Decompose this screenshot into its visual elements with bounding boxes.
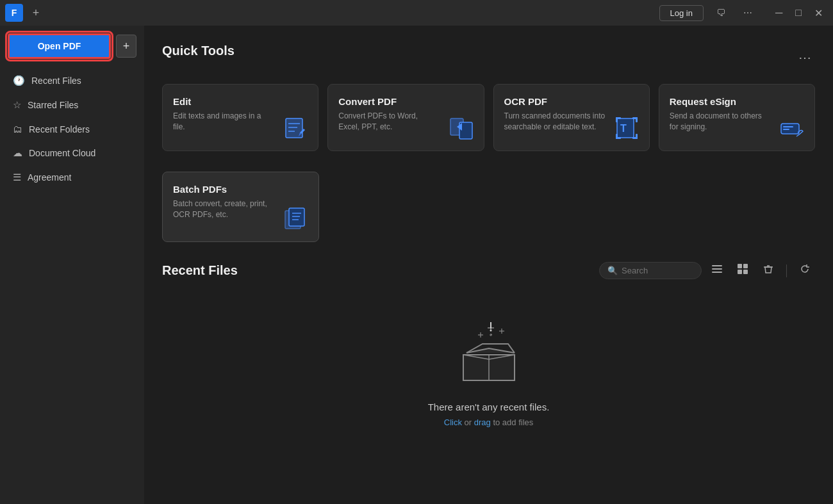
tool-card-request-esign[interactable]: Request eSign Send a document to others … <box>659 84 815 151</box>
svg-rect-21 <box>289 208 304 226</box>
tool-title-edit: Edit <box>173 96 308 107</box>
search-box: 🔍 <box>599 262 702 279</box>
tool-title-convert: Convert PDF <box>338 96 473 107</box>
cloud-icon: ☁ <box>13 147 22 159</box>
controls-divider <box>786 264 787 277</box>
tool-desc-ocr: Turn scanned documents into searchable o… <box>504 111 606 133</box>
refresh-button[interactable] <box>795 260 815 281</box>
tool-card-batch-pdfs[interactable]: Batch PDFs Batch convert, create, print,… <box>162 172 319 242</box>
svg-point-39 <box>490 330 491 332</box>
search-icon: 🔍 <box>607 266 618 275</box>
quick-tools-title: Quick Tools <box>162 44 235 58</box>
more-options-icon[interactable]: ⋯ <box>738 5 757 20</box>
svg-rect-14 <box>616 134 618 139</box>
grid-view-button[interactable] <box>732 260 753 281</box>
login-button[interactable]: Log in <box>659 5 704 21</box>
sidebar-nav: 🕐 Recent Files ☆ Starred Files 🗂 Recent … <box>0 69 144 189</box>
svg-rect-31 <box>743 270 748 274</box>
tool-title-ocr: OCR PDF <box>504 96 639 107</box>
svg-rect-12 <box>636 117 638 122</box>
tool-card-convert-pdf[interactable]: Convert PDF Convert PDFs to Word, Excel,… <box>327 84 484 151</box>
tool-desc-batch: Batch convert, create, print, OCR PDFs, … <box>173 199 274 220</box>
sidebar-item-agreement[interactable]: ☰ Agreement <box>5 166 139 189</box>
svg-rect-29 <box>743 264 748 268</box>
tool-desc-convert: Convert PDFs to Word, Excel, PPT, etc. <box>338 111 440 133</box>
click-link[interactable]: Click <box>444 418 462 427</box>
svg-text:T: T <box>620 123 627 134</box>
convert-icon <box>448 115 475 142</box>
clock-icon: 🕐 <box>13 75 25 86</box>
open-pdf-button[interactable]: Open PDF <box>8 33 111 59</box>
sidebar-item-label: Recent Files <box>31 76 81 86</box>
recent-files-controls: 🔍 <box>599 260 815 281</box>
svg-rect-10 <box>616 117 618 122</box>
sidebar: Open PDF + 🕐 Recent Files ☆ Starred File… <box>0 26 144 504</box>
star-icon: ☆ <box>13 99 21 111</box>
sidebar-item-label: Agreement <box>28 172 71 183</box>
tool-desc-esign: Send a document to others for signing. <box>670 111 771 133</box>
sidebar-item-label: Document Cloud <box>29 148 95 158</box>
sidebar-item-recent-folders[interactable]: 🗂 Recent Folders <box>5 118 139 140</box>
esign-icon <box>779 115 805 142</box>
document-icon: ☰ <box>13 172 21 183</box>
folder-icon: 🗂 <box>13 124 22 134</box>
empty-box-illustration <box>447 320 531 390</box>
tool-title-batch: Batch PDFs <box>173 184 308 195</box>
sidebar-item-document-cloud[interactable]: ☁ Document Cloud <box>5 142 139 165</box>
drag-link[interactable]: drag <box>474 418 491 427</box>
add-new-button[interactable]: + <box>116 35 136 58</box>
content-area: Quick Tools ⋯ Edit Edit texts and images… <box>144 26 833 504</box>
svg-rect-19 <box>783 129 789 130</box>
tool-desc-edit: Edit texts and images in a file. <box>173 111 274 133</box>
titlebar-right: Log in 🗨 ⋯ ─ □ ✕ <box>659 5 828 21</box>
empty-state: There aren't any recent files. Click or … <box>162 294 815 440</box>
empty-title: There aren't any recent files. <box>428 402 550 412</box>
new-tab-button[interactable]: + <box>28 5 44 20</box>
delete-button[interactable] <box>758 260 779 281</box>
svg-rect-25 <box>712 265 722 266</box>
sidebar-item-label: Starred Files <box>28 100 78 110</box>
recent-files-title: Recent Files <box>162 263 238 278</box>
maximize-button[interactable]: □ <box>790 6 807 20</box>
list-view-button[interactable] <box>707 260 727 281</box>
svg-rect-26 <box>712 268 722 270</box>
sidebar-item-starred-files[interactable]: ☆ Starred Files <box>5 93 139 117</box>
search-input[interactable] <box>622 266 693 275</box>
tool-card-edit[interactable]: Edit Edit texts and images in a file. <box>162 84 318 151</box>
svg-rect-30 <box>738 270 742 274</box>
quick-tools-grid: Edit Edit texts and images in a file. <box>162 84 815 151</box>
empty-subtitle: Click or drag to add files <box>444 418 534 427</box>
titlebar: F + Log in 🗨 ⋯ ─ □ ✕ <box>0 0 833 26</box>
tool-title-esign: Request eSign <box>670 96 804 107</box>
svg-rect-16 <box>636 134 638 139</box>
ocr-icon: T <box>613 115 640 142</box>
edit-icon <box>282 115 309 142</box>
open-pdf-area: Open PDF + <box>0 33 144 69</box>
quick-tools-more-button[interactable]: ⋯ <box>795 49 815 67</box>
main-layout: Open PDF + 🕐 Recent Files ☆ Starred File… <box>0 26 833 504</box>
tool-card-ocr-pdf[interactable]: OCR PDF Turn scanned documents into sear… <box>493 84 650 151</box>
sidebar-item-label: Recent Folders <box>29 124 90 134</box>
app-logo: F <box>5 4 23 22</box>
minimize-button[interactable]: ─ <box>770 6 788 20</box>
svg-rect-27 <box>712 272 722 273</box>
recent-files-header: Recent Files 🔍 <box>162 260 815 281</box>
close-button[interactable]: ✕ <box>809 6 828 20</box>
sidebar-item-recent-files[interactable]: 🕐 Recent Files <box>5 69 139 92</box>
batch-icon <box>283 206 309 232</box>
window-controls: ─ □ ✕ <box>770 6 828 20</box>
svg-rect-28 <box>738 264 742 268</box>
notifications-icon[interactable]: 🗨 <box>711 5 730 20</box>
svg-rect-18 <box>783 126 793 127</box>
